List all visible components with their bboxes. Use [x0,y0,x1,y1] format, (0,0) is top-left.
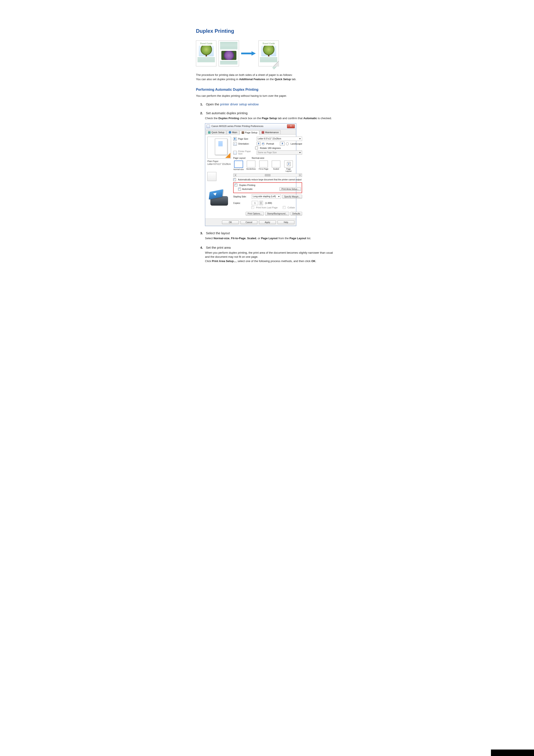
printer-3d-icon [207,186,231,205]
tree-image-icon [261,46,276,56]
apply-button[interactable]: Apply [259,221,276,224]
layout-fit-to-page[interactable]: Fit-to-Page [258,161,269,172]
tab-maintenance[interactable]: Maintenance [260,130,281,134]
illustration-duplex-result: Travel Guide [258,40,279,67]
page-layout-label: Page Layout: [233,157,250,159]
dialog-titlebar: Canon MX520 series Printer Printing Pref… [205,123,296,129]
layout-scrollbar[interactable]: ◄ ► [233,174,302,177]
tab-label: Maintenance [265,131,279,134]
step-4: 4. Set the print area When you perform d… [200,246,338,263]
highlighted-duplex-area: Duplex Printing Automatic Print Area Set… [233,182,302,193]
page-size-label: Page Size: [238,138,255,140]
defaults-button[interactable]: Defaults [291,212,302,216]
tree-image-icon [199,46,214,56]
copies-input[interactable]: 1 [252,201,258,205]
step-number: 4. [200,246,205,249]
print-area-setup-button[interactable]: Print Area Setup... [279,187,301,191]
layout-borderless[interactable]: Borderless [246,161,256,172]
step-title: Select the layout [206,231,230,235]
step-number: 1. [200,102,205,106]
tab-label: Main [232,131,237,134]
printer-driver-setup-link[interactable]: printer driver setup window [220,102,259,106]
step-number: 3. [200,231,205,235]
specify-margin-button[interactable]: Specify Margin... [282,195,302,199]
layout-normal-size[interactable]: Normal-size [233,161,244,172]
portrait-label: Portrait [267,143,274,145]
step-subtext: Check the Duplex Printing check box on t… [205,116,338,121]
printer-icon [207,124,210,128]
intro-line-1: The procedure for printing data on both … [196,73,292,76]
stapling-side-dropdown[interactable]: Long-side stapling (Left) [252,194,281,199]
section-heading: Performing Automatic Duplex Printing [196,88,338,92]
main-icon [229,131,231,134]
step-title: Open the printer driver setup window [206,102,259,106]
print-from-last-label: Print from Last Page [256,206,278,209]
stapling-side-label: Stapling Side: [233,196,250,198]
copies-stepper[interactable] [260,201,263,205]
preview-size-label: Letter 8.5"x11" 22x28cm [207,163,231,166]
maintenance-icon [262,131,264,134]
tab-quick-setup[interactable]: Quick Setup [206,130,226,134]
ok-button[interactable]: OK [222,221,239,224]
page-fold-back-icon [272,63,279,70]
stamp-background-button[interactable]: Stamp/Background... [265,212,289,216]
text-lines-icon [220,42,238,50]
quick-setup-icon [208,131,211,134]
collate-label: Collate [288,206,295,209]
intro-part: on the [265,78,274,81]
orientation-icon [233,142,237,146]
chevron-down-icon [299,138,301,140]
printer-preferences-dialog: Canon MX520 series Printer Printing Pref… [205,123,296,226]
collate-checkbox [283,206,286,209]
cancel-button[interactable]: Cancel [241,221,257,224]
section-body: You can perform the duplex printing with… [196,94,338,98]
automatic-checkbox[interactable] [238,188,241,191]
tab-bar: Quick Setup Main Page Setup Maintenance [205,129,296,134]
print-options-button[interactable]: Print Options... [246,212,264,216]
tab-page-setup[interactable]: Page Setup [240,130,260,134]
arrow-right-icon [241,51,256,56]
duplex-printing-label: Duplex Printing [239,184,255,186]
landscape-icon: A [280,142,285,146]
help-button[interactable]: Help [278,221,294,224]
intro-part: tab. [291,78,296,81]
rotate-180-checkbox[interactable] [255,147,258,149]
illustration-page-2-content [218,40,239,67]
scroll-right-icon[interactable]: ► [299,174,301,176]
portrait-radio[interactable] [262,143,265,145]
auto-reduce-checkbox[interactable] [233,178,236,181]
page-size-dropdown[interactable]: Letter 8.5"x11" 22x28cm [257,137,302,141]
step-text: Open the [206,102,220,106]
automatic-label: Automatic [242,188,253,190]
scroll-thumb[interactable] [265,174,270,176]
landscape-label: Landscape [291,143,302,145]
close-button[interactable]: ✕ [287,124,295,128]
layout-page-layout[interactable]: 2Page Layout [283,161,294,172]
text-lines-icon [197,58,215,63]
duplex-printing-checkbox[interactable] [235,184,237,186]
page-layout-value: Normal-size [252,157,265,159]
tab-label: Page Setup [245,131,258,134]
scroll-left-icon[interactable]: ◄ [234,174,237,176]
page-title: Duplex Printing [196,28,338,34]
intro-text: The procedure for printing data on both … [196,73,338,81]
printer-paper-dropdown: Same as Page Size [257,150,302,155]
step-2: 2. Set automatic duplex printing Check t… [200,111,338,226]
chevron-down-icon [299,151,301,154]
tab-main[interactable]: Main [227,130,239,134]
text-lines-icon [220,61,238,65]
layout-scaled[interactable]: Scaled [271,161,281,172]
step-1: 1. Open the printer driver setup window [200,102,338,106]
illustration-page-1-front: Travel Guide [196,40,216,67]
step-number: 2. [200,111,205,115]
flower-image-icon [221,51,237,60]
portrait-icon: A [257,142,261,146]
step-subtext: Select Normal-size, Fit-to-Page, Scaled,… [205,236,338,240]
intro-part: You can also set duplex printing in [196,78,239,81]
intro-bold: Quick Setup [274,78,291,81]
step-title: Set automatic duplex printing [206,111,247,115]
page-setup-icon [242,131,244,134]
print-from-last-checkbox [251,206,254,209]
landscape-radio[interactable] [286,143,289,145]
copies-range: (1-999) [265,202,272,204]
